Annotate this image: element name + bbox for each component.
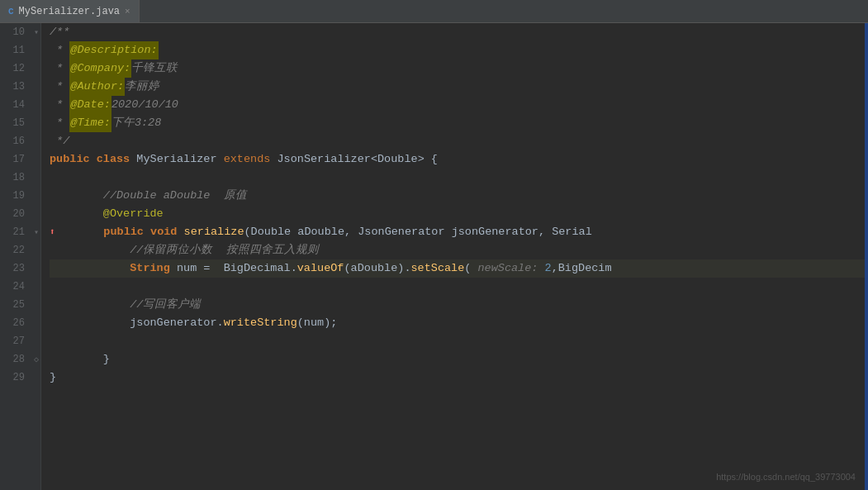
- code-line-20: @Override: [50, 205, 868, 223]
- line-number: 19: [0, 190, 31, 202]
- editor-container: 10 ▾ 11 12 13 14: [0, 23, 868, 490]
- line-row: 22: [0, 241, 40, 259]
- code-line-10: /**: [50, 23, 868, 41]
- line-number: 17: [0, 154, 31, 165]
- code-line-18: [50, 169, 868, 187]
- line-number: 15: [0, 117, 31, 129]
- line-row: 20: [0, 205, 40, 223]
- code-line-21: ⬆ public void serialize (Double aDouble,…: [50, 223, 868, 241]
- line-row: 17: [0, 150, 40, 169]
- watermark: https://blog.csdn.net/qq_39773004: [716, 472, 856, 482]
- line-number: 26: [0, 317, 31, 329]
- line-number: 11: [0, 45, 31, 56]
- code-line-28: }: [50, 350, 868, 369]
- line-row: 12: [0, 59, 40, 78]
- right-border-accent: [865, 23, 868, 490]
- code-line-26: jsonGenerator. writeString (num);: [50, 314, 868, 332]
- line-number: 12: [0, 63, 31, 74]
- line-number: 20: [0, 208, 31, 220]
- code-line-25: //写回客户端: [50, 296, 868, 314]
- fold-icon[interactable]: ▾: [31, 27, 41, 37]
- file-tab[interactable]: C MySerializer.java ×: [0, 0, 140, 22]
- code-line-23: String num = BigDecimal. valueOf (aDoubl…: [50, 259, 868, 278]
- line-row: 15: [0, 114, 40, 132]
- line-number: 10: [0, 26, 31, 38]
- line-row: 10 ▾: [0, 23, 40, 41]
- tab-filename: MySerializer.java: [19, 6, 120, 17]
- warning-icon: ⬆: [50, 223, 55, 241]
- code-line-19: //Double aDouble 原值: [50, 187, 868, 205]
- line-number: 28: [0, 354, 31, 365]
- line-number: 23: [0, 263, 31, 274]
- line-row: 16: [0, 132, 40, 150]
- code-line-13: * @Author: 李丽婷: [50, 78, 868, 96]
- line-row: 13: [0, 78, 40, 96]
- line-number: 27: [0, 335, 31, 347]
- line-number: 18: [0, 172, 31, 183]
- code-line-27: [50, 332, 868, 350]
- line-number: 25: [0, 299, 31, 311]
- line-row: 25: [0, 296, 40, 314]
- tab-bar: C MySerializer.java ×: [0, 0, 868, 23]
- line-number: 14: [0, 99, 31, 111]
- fold-icon[interactable]: ◇: [31, 354, 41, 364]
- line-row: 19: [0, 187, 40, 205]
- code-line-12: * @Company: 千锋互联: [50, 59, 868, 78]
- code-line-22: //保留两位小数 按照四舍五入规则: [50, 241, 868, 259]
- code-line-11: * @Description:: [50, 41, 868, 59]
- code-area: /** * @Description: * @Company: 千锋互联 * @…: [41, 23, 868, 490]
- line-row: 23: [0, 259, 40, 278]
- fold-icon[interactable]: ▾: [31, 227, 41, 237]
- code-line-17: public class MySerializer extends JsonSe…: [50, 150, 868, 169]
- line-row: 21 ▾: [0, 223, 40, 241]
- code-line-14: * @Date: 2020/10/10: [50, 96, 868, 114]
- line-row: 26: [0, 314, 40, 332]
- tab-type-icon: C: [8, 7, 14, 17]
- code-line-29: }: [50, 369, 868, 387]
- line-numbers: 10 ▾ 11 12 13 14: [0, 23, 40, 387]
- line-row: 27: [0, 332, 40, 350]
- line-number: 22: [0, 245, 31, 256]
- line-row: 11: [0, 41, 40, 59]
- code-line-16: */: [50, 132, 868, 150]
- close-icon[interactable]: ×: [125, 7, 130, 17]
- code-line-15: * @Time: 下午3:28: [50, 114, 868, 132]
- line-row: 18: [0, 169, 40, 187]
- code-line-24: [50, 278, 868, 296]
- line-number: 21: [0, 226, 31, 238]
- line-number: 13: [0, 81, 31, 93]
- line-row: 28 ◇: [0, 350, 40, 369]
- gutter: 10 ▾ 11 12 13 14: [0, 23, 41, 490]
- line-number: 24: [0, 281, 31, 293]
- line-row: 29: [0, 369, 40, 387]
- line-row: 14: [0, 96, 40, 114]
- line-row: 24: [0, 278, 40, 296]
- line-number: 16: [0, 136, 31, 147]
- line-number: 29: [0, 372, 31, 383]
